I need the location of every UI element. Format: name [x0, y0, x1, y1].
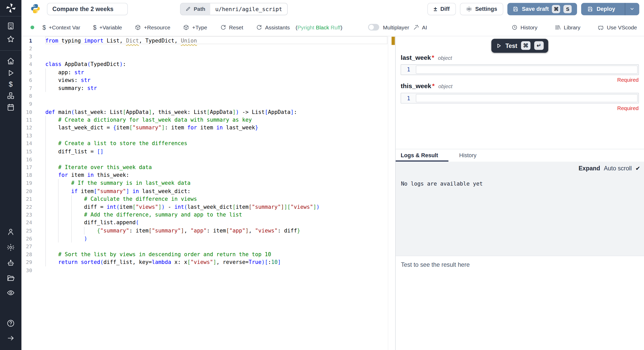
sidebar-item-eye[interactable]	[0, 289, 21, 297]
line-number: 8	[21, 92, 32, 100]
code-line: # If the summary is in last_week data	[45, 179, 191, 187]
chevron-down-icon[interactable]	[625, 3, 639, 15]
arg-editor-field[interactable]	[416, 94, 638, 102]
test-button[interactable]: Test ⌘ ↵	[492, 39, 548, 53]
line-number: 13	[21, 132, 32, 140]
multiplayer-toggle[interactable]	[368, 24, 379, 30]
code-line: diff_list = []	[45, 147, 103, 155]
logs-area: Expand Auto scroll ✔ No logs are availab…	[396, 162, 644, 256]
deploy-button[interactable]: Deploy	[581, 3, 639, 15]
code-line: # Sort the list by views in descending o…	[45, 250, 271, 258]
-context-var-button[interactable]: $+Context Var	[43, 24, 80, 31]
sidebar-item-folder[interactable]	[0, 274, 21, 282]
indent-guide	[45, 243, 46, 251]
sidebar-divider	[0, 50, 21, 51]
diff-button[interactable]: ± Diff	[428, 3, 456, 15]
-type-button[interactable]: +Type	[183, 24, 207, 30]
sidebar-item-home[interactable]	[0, 57, 21, 65]
sidebar-item-robot[interactable]	[0, 259, 21, 267]
check-icon[interactable]: ✔	[635, 165, 640, 172]
argument-this_week: this_week*object1Required	[401, 83, 639, 112]
argument-last_week: last_week*object1Required	[401, 54, 639, 83]
line-number: 28	[21, 250, 32, 258]
result-placeholder: Test to see the result here	[401, 261, 470, 268]
sidebar-item-arrow-right[interactable]	[0, 334, 21, 342]
sidebar-item-play[interactable]	[0, 69, 21, 77]
sidebar-item-building[interactable]	[0, 22, 21, 30]
arg-json-editor[interactable]: 1	[401, 64, 639, 75]
sidebar-item-cubes[interactable]	[0, 91, 21, 100]
gear-icon	[466, 6, 472, 12]
save-icon	[588, 6, 593, 12]
code-line: )	[45, 235, 87, 243]
windmill-logo-icon[interactable]	[0, 3, 21, 14]
preview-panel: Test ⌘ ↵ last_week*object1Requiredthis_w…	[395, 36, 644, 350]
arg-json-editor[interactable]: 1	[401, 93, 639, 104]
sidebar-item-dollar[interactable]: $	[0, 80, 21, 89]
path-label: Path	[194, 6, 205, 12]
autoscroll-label[interactable]: Auto scroll	[604, 165, 632, 172]
library-button[interactable]: Library	[555, 24, 580, 30]
code-editor[interactable]: 1from typing import List, Dict, TypedDic…	[21, 36, 395, 350]
tab-history[interactable]: History	[454, 149, 481, 162]
windmill-script-editor: $ Compare the 2 weeks Path u/henri/agile…	[0, 0, 644, 350]
enter-key-chip: ↵	[534, 41, 544, 50]
-resource-button[interactable]: +Resource	[135, 24, 170, 30]
line-number: 26	[21, 235, 32, 243]
wand-icon	[413, 24, 419, 30]
sidebar-item-star[interactable]	[0, 35, 21, 43]
use-vscode-button[interactable]: Use VScode	[598, 24, 637, 30]
reset-button[interactable]: Reset	[220, 24, 243, 30]
no-logs-message: No logs are available yet	[401, 181, 483, 187]
code-line: app: str	[45, 68, 84, 76]
sidebar-item-user[interactable]	[0, 228, 21, 236]
editor-toolbar: $+Context Var$+Variable+Resource+TypeRes…	[21, 18, 644, 36]
assistants-button[interactable]: Assistants	[256, 24, 290, 30]
settings-button[interactable]: Settings	[460, 3, 503, 15]
code-line: if item["summary"] in last_week_dict:	[45, 187, 191, 195]
sidebar-item-help[interactable]	[0, 319, 21, 327]
arg-editor-field[interactable]	[416, 65, 638, 74]
-variable-button[interactable]: $+Variable	[93, 24, 122, 31]
line-number: 22	[21, 203, 32, 211]
line-number: 29	[21, 258, 32, 266]
script-title-input[interactable]: Compare the 2 weeks	[47, 3, 128, 15]
line-number: 9	[21, 100, 32, 108]
line-number: 17	[21, 163, 32, 171]
plus-minus-icon: ±	[434, 5, 437, 12]
line-number: 16	[21, 155, 32, 163]
code-line: {"summary": item["summary"], "app": item…	[45, 227, 300, 235]
save-draft-button[interactable]: Save draft ⌘ S	[507, 3, 577, 15]
expand-button[interactable]: Expand	[579, 165, 600, 172]
save-icon	[513, 6, 519, 12]
multiplayer-label: Multiplayer	[383, 24, 409, 30]
code-line: # Calculate the difference in views	[45, 195, 197, 203]
sidebar: $	[0, 0, 21, 350]
code-line: summary: str	[45, 84, 97, 92]
arg-type: object	[438, 55, 452, 61]
pencil-icon	[185, 6, 191, 12]
line-number: 24	[21, 219, 32, 227]
line-number: 2	[21, 45, 32, 53]
history-button[interactable]: History	[511, 24, 537, 30]
cmd-key-chip: ⌘	[552, 5, 560, 13]
path-field[interactable]: Path u/henri/agile_script	[180, 3, 287, 15]
code-line: last_week_dict = {item["summary"]: item …	[45, 124, 258, 132]
sidebar-item-calendar[interactable]	[0, 103, 21, 111]
tab-logs-result[interactable]: Logs & Result	[396, 149, 443, 162]
arg-editor-line-number: 1	[401, 65, 416, 74]
code-line: # Create a list to store the differences	[45, 139, 187, 147]
arg-editor-line-number: 1	[401, 93, 416, 103]
code-line: # Add the difference, summary and app to…	[45, 211, 242, 219]
code-line: diff_list.append(	[45, 219, 139, 227]
line-number: 27	[21, 243, 32, 251]
code-line: return sorted(diff_list, key=lambda x: x…	[45, 258, 281, 266]
line-number: 3	[21, 52, 32, 60]
sidebar-item-gear[interactable]	[0, 243, 21, 252]
assistants-status[interactable]: (Pyright Black Ruff)	[295, 24, 342, 30]
package-icon	[183, 24, 189, 30]
code-line: from typing import List, Dict, TypedDict…	[45, 37, 197, 45]
ai-button[interactable]: AI	[413, 24, 427, 30]
arg-name: last_week	[401, 54, 431, 61]
script-title: Compare the 2 weeks	[52, 6, 113, 12]
